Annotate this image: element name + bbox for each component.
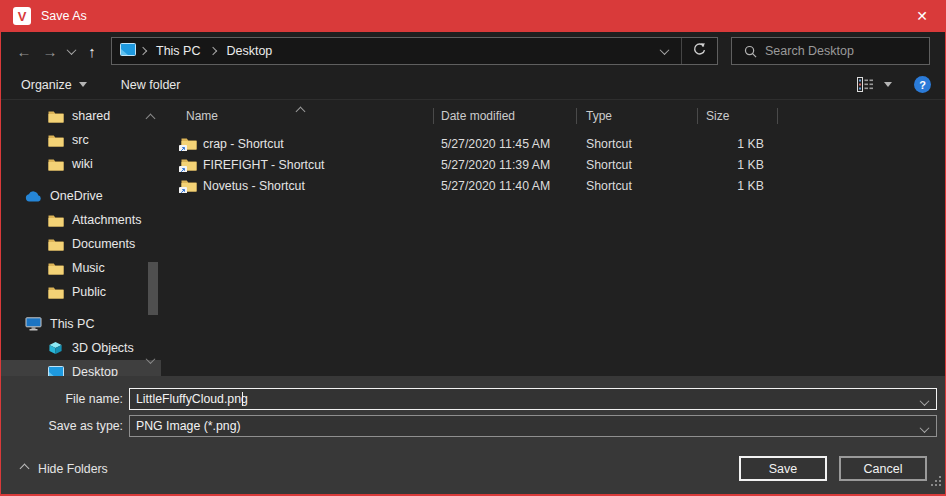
change-view-button[interactable] [857,77,892,92]
file-name-label: File name: [1,392,123,406]
search-input[interactable] [765,44,905,58]
column-headers: Name Date modified Type Size [161,104,945,128]
vivaldi-app-icon: V [13,7,31,25]
close-button[interactable]: ✕ [899,0,945,32]
folder-icon [47,214,64,227]
breadcrumb-separator [136,48,150,54]
computer-icon [25,317,42,331]
details-view-icon [857,77,874,92]
column-header-name[interactable]: Name [161,104,434,128]
organize-button[interactable]: Organize [21,78,87,92]
titlebar: V Save As ✕ [1,0,945,32]
table-row[interactable]: crap - Shortcut 5/27/2020 11:45 AM Short… [161,133,945,154]
folder-icon [47,238,64,251]
help-icon: ? [919,79,926,91]
search-icon [744,45,757,58]
address-dropdown-button[interactable] [647,38,681,64]
shortcut-folder-icon [181,158,197,172]
sidebar-item-src[interactable]: src [1,128,161,152]
help-button[interactable]: ? [914,76,931,93]
table-row[interactable]: FIREFIGHT - Shortcut 5/27/2020 11:39 AM … [161,154,945,175]
save-as-dialog: V Save As ✕ ← → ↑ This PC Desktop [0,0,946,496]
footer-panel: File name: Save as type: PNG Image (*.pn… [1,376,945,494]
save-as-type-label: Save as type: [1,419,123,433]
save-button[interactable]: Save [739,456,827,481]
folder-icon [47,134,64,147]
file-name-input[interactable] [129,388,937,410]
sidebar-item-wiki[interactable]: wiki [1,152,161,176]
breadcrumb-desktop[interactable]: Desktop [220,44,278,58]
sidebar-item-desktop[interactable]: Desktop [1,360,161,376]
cube-icon [47,341,64,355]
sidebar-scroll-down-icon[interactable] [147,350,154,368]
resize-grip[interactable] [931,473,942,491]
new-folder-button[interactable]: New folder [121,78,181,92]
breadcrumb-this-pc[interactable]: This PC [150,44,206,58]
shortcut-folder-icon [181,137,197,151]
cancel-button[interactable]: Cancel [839,456,927,481]
onedrive-cloud-icon [25,191,42,202]
sidebar-scrollbar-thumb[interactable] [148,262,158,315]
chevron-down-icon [659,45,669,55]
sidebar-scroll-up-icon[interactable] [147,108,154,126]
refresh-button[interactable] [681,38,717,64]
dropdown-caret-icon [79,82,87,87]
sidebar-item-3d-objects[interactable]: 3D Objects [1,336,161,360]
save-as-type-select[interactable]: PNG Image (*.png) [129,415,937,437]
back-button[interactable]: ← [11,38,37,64]
chevron-down-icon[interactable] [921,422,928,436]
sidebar-item-this-pc[interactable]: This PC [1,312,161,336]
up-icon: ↑ [88,43,96,60]
window-title: Save As [41,9,87,23]
folder-icon [47,286,64,299]
shortcut-folder-icon [181,179,197,193]
shortcut-arrow-icon [179,145,187,151]
sidebar-item-onedrive[interactable]: OneDrive [1,184,161,208]
forward-button[interactable]: → [37,38,63,64]
chevron-up-icon [20,464,30,474]
shortcut-arrow-icon [179,166,187,172]
folder-icon [47,110,64,123]
dropdown-caret-icon [884,82,892,87]
save-as-type-field-wrap: PNG Image (*.png) [129,415,937,437]
desktop-icon [47,366,64,377]
sidebar-item-shared[interactable]: shared [1,104,161,128]
search-box[interactable] [731,37,930,65]
file-list: Name Date modified Type Size crap - Shor… [161,100,945,376]
toolbar: Organize New folder ? [1,70,945,100]
folder-icon [47,158,64,171]
navigation-bar: ← → ↑ This PC Desktop [1,32,945,70]
text-caret [242,392,243,406]
sidebar-item-public[interactable]: Public [1,280,161,304]
refresh-icon [692,42,707,61]
column-header-type[interactable]: Type [577,104,698,128]
folder-icon [47,262,64,275]
hide-folders-button[interactable]: Hide Folders [21,462,108,476]
address-bar[interactable]: This PC Desktop [111,37,718,65]
forward-icon: → [43,43,58,60]
desktop-location-icon [120,42,136,60]
sidebar-item-documents[interactable]: Documents [1,232,161,256]
column-header-date-modified[interactable]: Date modified [434,104,577,128]
shortcut-arrow-icon [179,187,187,193]
up-button[interactable]: ↑ [79,38,105,64]
back-icon: ← [17,43,32,60]
file-name-field-wrap [129,388,937,410]
recent-locations-button[interactable] [63,48,79,55]
close-icon: ✕ [916,8,928,24]
breadcrumb-separator [206,48,220,54]
chevron-down-icon[interactable] [921,395,928,409]
chevron-down-icon [66,45,76,55]
table-row[interactable]: Novetus - Shortcut 5/27/2020 11:40 AM Sh… [161,175,945,196]
main-area: shared src wiki OneDrive Attachments Doc… [1,100,945,376]
column-header-size[interactable]: Size [698,104,778,128]
sidebar-item-music[interactable]: Music [1,256,161,280]
sidebar-item-attachments[interactable]: Attachments [1,208,161,232]
navigation-pane: shared src wiki OneDrive Attachments Doc… [1,100,161,376]
